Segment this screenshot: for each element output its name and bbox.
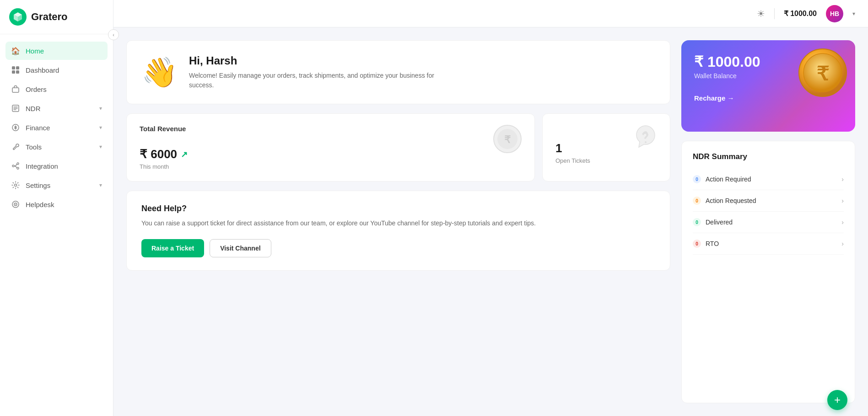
sidebar-item-home-label: Home [26,47,44,55]
delivered-count-badge: 0 [693,218,701,226]
svg-text:₹: ₹ [817,64,829,85]
sidebar-item-ndr[interactable]: NDR ▾ [5,99,108,117]
welcome-title: Hi, Harsh [189,54,454,67]
helpdesk-icon [11,200,20,209]
welcome-description: Welcome! Easily manage your orders, trac… [189,71,454,90]
sidebar-item-finance-label: Finance [26,124,50,132]
topbar-divider [774,8,775,19]
logo-icon [9,8,27,26]
recharge-button[interactable]: Recharge → [694,94,734,102]
ndr-summary-title: NDR Summary [693,152,844,161]
user-avatar[interactable]: HB [826,5,843,22]
ndr-delivered-item[interactable]: 0 Delivered › [693,212,844,233]
wallet-coin-icon: ₹ [798,48,848,98]
revenue-card: Total Revenue ₹ ₹ 6000 ↗ This month [126,113,535,181]
ndr-action-required-item[interactable]: 0 Action Required › [693,169,844,190]
action-required-label: Action Required [706,176,751,183]
content-right: ₹ 1000.00 Wallet Balance [681,40,855,403]
sidebar-item-settings[interactable]: Settings ▾ [5,176,108,194]
finance-icon [11,123,20,132]
tickets-sub: Open Tickets [555,157,657,164]
revenue-sub: This month [140,163,522,170]
tickets-card: 1 Open Tickets [542,113,670,181]
rto-count-badge: 0 [693,240,701,248]
svg-text:₹: ₹ [504,134,511,145]
help-buttons: Raise a Ticket Visit Channel [141,239,655,257]
revenue-label: Total Revenue [140,125,522,133]
action-requested-chevron-icon: › [841,197,844,204]
action-required-count-badge: 0 [693,175,701,183]
sidebar-item-settings-label: Settings [26,181,50,189]
svg-rect-4 [16,70,19,74]
ndr-icon [11,104,20,113]
topbar: ☀ ₹ 1000.00 HB ▾ [113,0,868,27]
revenue-value: ₹ 6000 ↗ [140,147,522,161]
sidebar-item-tools-label: Tools [26,143,42,151]
svg-point-10 [17,167,19,169]
sidebar-item-integration[interactable]: Integration [5,157,108,175]
svg-rect-2 [16,66,19,69]
rto-chevron-icon: › [841,240,844,247]
ndr-rto-item[interactable]: 0 RTO › [693,233,844,255]
ndr-summary-card: NDR Summary 0 Action Required › 0 Action… [681,141,855,403]
sidebar-item-tools[interactable]: Tools ▾ [5,138,108,156]
rto-label: RTO [706,240,719,247]
home-icon: 🏠 [11,46,20,55]
svg-point-14 [15,204,16,205]
main-area: ☀ ₹ 1000.00 HB ▾ 👋 Hi, Harsh Welcome! Ea… [113,0,868,416]
integration-icon [11,161,20,171]
topbar-balance: ₹ 1000.00 [784,9,817,18]
help-title: Need Help? [141,204,655,213]
sidebar-item-ndr-label: NDR [26,105,41,112]
help-card: Need Help? You can raise a support ticke… [126,191,670,271]
dashboard-icon [11,65,20,75]
svg-rect-3 [12,70,15,74]
sidebar-item-finance[interactable]: Finance ▾ [5,118,108,137]
sidebar-item-orders[interactable]: Orders [5,80,108,98]
sidebar-item-integration-label: Integration [26,162,58,170]
tools-chevron-icon: ▾ [99,144,102,150]
sidebar-item-helpdesk-label: Helpdesk [26,201,54,208]
fab-add-button[interactable]: + [827,390,847,410]
logo[interactable]: Gratero [0,0,113,34]
svg-rect-1 [12,66,15,69]
delivered-chevron-icon: › [841,219,844,226]
welcome-card: 👋 Hi, Harsh Welcome! Easily manage your … [126,40,670,104]
action-requested-count-badge: 0 [693,197,701,205]
orders-icon [11,85,20,94]
logo-text: Gratero [31,11,67,23]
tools-icon [11,142,20,151]
action-required-chevron-icon: › [841,176,844,183]
tickets-icon [631,122,661,158]
svg-point-9 [17,163,19,165]
sidebar-item-home[interactable]: 🏠 Home [5,42,108,60]
visit-channel-button[interactable]: Visit Channel [210,239,271,257]
sidebar-item-dashboard-label: Dashboard [26,66,59,74]
user-menu-chevron-icon[interactable]: ▾ [852,11,855,17]
sidebar: Gratero ‹ 🏠 Home Dashboard Orders NDR ▾ [0,0,113,416]
settings-chevron-icon: ▾ [99,182,102,188]
svg-rect-5 [12,88,19,92]
sidebar-collapse-button[interactable]: ‹ [108,29,119,40]
sidebar-item-dashboard[interactable]: Dashboard [5,61,108,79]
welcome-emoji: 👋 [141,58,178,87]
settings-icon [11,181,20,190]
sidebar-nav: 🏠 Home Dashboard Orders NDR ▾ F [0,34,113,416]
help-description: You can raise a support ticket for direc… [141,218,655,228]
ndr-action-requested-item[interactable]: 0 Action Requested › [693,190,844,212]
stats-row: Total Revenue ₹ ₹ 6000 ↗ This month [126,113,670,181]
theme-toggle-button[interactable]: ☀ [757,8,765,19]
sidebar-item-helpdesk[interactable]: Helpdesk [5,195,108,213]
delivered-label: Delivered [706,219,733,226]
revenue-trend-icon: ↗ [181,149,188,160]
sidebar-item-orders-label: Orders [26,85,47,93]
svg-point-8 [12,165,14,167]
wallet-card: ₹ 1000.00 Wallet Balance [681,40,855,132]
content-left: 👋 Hi, Harsh Welcome! Easily manage your … [126,40,670,403]
ndr-chevron-icon: ▾ [99,105,102,112]
svg-point-18 [645,141,647,143]
raise-ticket-button[interactable]: Raise a Ticket [141,239,204,257]
revenue-icon: ₹ [491,123,523,161]
action-requested-label: Action Requested [706,197,756,204]
finance-chevron-icon: ▾ [99,124,102,131]
